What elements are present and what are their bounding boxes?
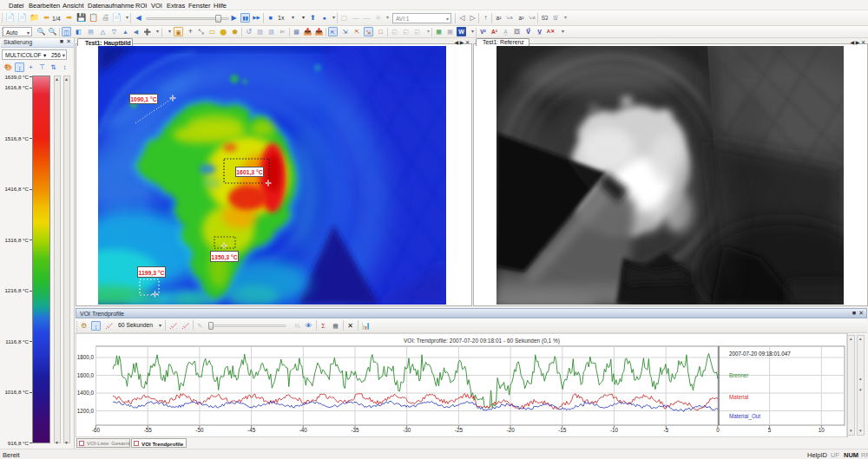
svg-text:1400,0: 1400,0 [77, 390, 95, 396]
svg-text:-50: -50 [195, 427, 204, 433]
svg-text:-15: -15 [558, 427, 567, 433]
svg-text:-60: -60 [92, 427, 101, 433]
svg-text:-45: -45 [247, 427, 256, 433]
svg-text:5: 5 [768, 427, 772, 433]
svg-text:-20: -20 [507, 427, 516, 433]
svg-text:1200,0: 1200,0 [77, 408, 95, 414]
svg-text:10: 10 [819, 427, 825, 433]
svg-text:2007-07-20 09:18:01.047: 2007-07-20 09:18:01.047 [729, 351, 791, 357]
svg-text:-30: -30 [403, 427, 411, 433]
svg-text:VOI: Trendprofile: 2007-07-20: VOI: Trendprofile: 2007-07-20 09:18:01 -… [404, 338, 560, 344]
svg-text:-40: -40 [299, 427, 308, 433]
svg-text:0: 0 [716, 427, 720, 433]
svg-text:Material: Material [729, 394, 748, 400]
svg-text:Material_Out: Material_Out [729, 413, 760, 420]
svg-text:1800,0: 1800,0 [77, 354, 95, 360]
svg-text:-10: -10 [610, 427, 619, 433]
svg-text:-35: -35 [351, 427, 359, 433]
svg-text:-25: -25 [455, 427, 464, 433]
svg-text:-55: -55 [144, 427, 153, 433]
svg-text:-5: -5 [663, 427, 668, 433]
svg-text:Brenner: Brenner [729, 372, 748, 378]
svg-text:1600,0: 1600,0 [77, 372, 95, 378]
